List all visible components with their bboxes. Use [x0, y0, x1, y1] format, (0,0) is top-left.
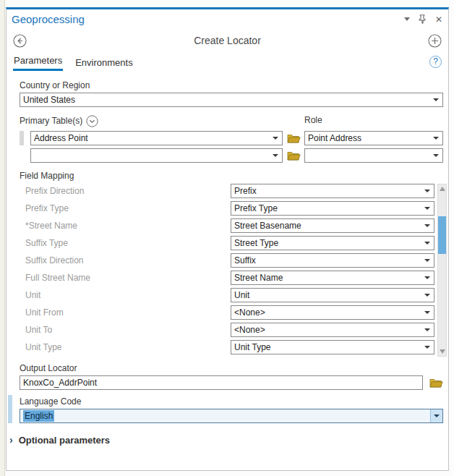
chevron-down-icon	[424, 224, 430, 227]
modified-parameter-indicator	[8, 395, 12, 423]
output-locator-value: KnoxCo_AddrPoint	[23, 378, 97, 388]
field-mapping-scrollbar[interactable]	[437, 184, 447, 357]
field-name: Unit To	[20, 325, 231, 335]
field-mapping-row: Suffix Type Street Type	[20, 234, 443, 252]
field-select[interactable]: Street Basename	[231, 218, 434, 233]
chevron-down-icon	[424, 207, 430, 210]
add-to-project-button[interactable]	[428, 34, 442, 48]
field-name: Unit From	[20, 307, 231, 318]
primary-table-select[interactable]	[30, 148, 283, 163]
folder-icon	[429, 378, 443, 388]
field-select[interactable]: Street Type	[231, 236, 434, 250]
expand-circle-chevron-icon[interactable]	[86, 115, 98, 127]
field-select[interactable]: Prefix	[231, 184, 434, 198]
field-value: Street Type	[234, 238, 278, 248]
folder-icon	[287, 150, 301, 161]
role-select[interactable]	[304, 148, 443, 163]
chevron-down-icon	[424, 259, 430, 262]
browse-table-button[interactable]	[283, 133, 304, 143]
pane-titlebar: Geoprocessing ✕	[7, 9, 448, 29]
field-mapping-list: Prefix Direction Prefix Prefix Type Pref…	[20, 182, 443, 356]
field-value: Unit Type	[234, 342, 270, 352]
optional-parameters-expander[interactable]: › Optional parameters	[9, 434, 443, 446]
language-code-select[interactable]: English	[20, 409, 443, 423]
scroll-up-icon[interactable]	[440, 187, 445, 191]
primary-table-row: Address Point Point Address	[20, 131, 443, 145]
field-value: <None>	[234, 325, 265, 335]
field-name: Suffix Type	[20, 238, 231, 248]
field-value: Suffix	[234, 255, 256, 265]
field-select[interactable]: <None>	[231, 305, 434, 320]
field-name: Unit Type	[20, 342, 231, 352]
output-locator-row: KnoxCo_AddrPoint	[20, 375, 443, 390]
parameters-form: Country or Region United States Primary …	[7, 71, 448, 446]
chevron-down-icon	[433, 98, 439, 101]
language-code-block: Language Code English	[20, 396, 443, 423]
page-title: Create Locator	[7, 35, 448, 46]
back-button[interactable]	[13, 34, 27, 48]
field-value: Prefix	[234, 186, 257, 196]
row-drag-handle[interactable]	[20, 131, 24, 145]
field-name: Unit	[20, 290, 231, 300]
field-mapping-row: Full Street Name Street Name	[20, 269, 443, 286]
field-mapping-row: Unit From <None>	[20, 304, 443, 321]
field-select[interactable]: Street Name	[231, 271, 434, 285]
scroll-down-icon[interactable]	[440, 349, 445, 354]
chevron-down-icon	[424, 294, 430, 297]
role-value: Point Address	[308, 133, 361, 143]
chevron-down-icon	[273, 137, 278, 140]
field-value: Street Name	[234, 273, 283, 283]
chevron-down-icon	[424, 242, 430, 245]
browse-table-button[interactable]	[283, 150, 304, 161]
field-mapping-row: Prefix Type Prefix Type	[20, 200, 443, 217]
field-mapping-row: *Street Name Street Basename	[20, 217, 443, 234]
background-pane-edge	[0, 0, 5, 476]
tab-parameters[interactable]: Parameters	[13, 54, 63, 71]
scrollbar-thumb[interactable]	[438, 216, 446, 254]
field-select[interactable]: Unit Type	[231, 340, 434, 354]
tab-environments[interactable]: Environments	[74, 56, 133, 71]
field-select[interactable]: Unit	[231, 288, 434, 302]
tab-bar: Parameters Environments ?	[7, 52, 448, 71]
field-name: Prefix Direction	[20, 186, 231, 196]
field-value: Street Basename	[234, 221, 301, 231]
field-select[interactable]: Suffix	[231, 253, 434, 268]
language-dropdown-button[interactable]	[430, 409, 442, 422]
chevron-down-icon	[273, 154, 278, 157]
country-label: Country or Region	[20, 80, 443, 90]
primary-tables-header: Primary Table(s) Role	[20, 114, 443, 128]
field-name: Prefix Type	[20, 203, 231, 213]
pane-window-controls: ✕	[404, 14, 442, 24]
field-value: Prefix Type	[234, 203, 278, 213]
chevron-down-icon	[433, 137, 439, 140]
chevron-down-icon	[424, 190, 430, 192]
primary-table-row	[20, 148, 443, 163]
output-locator-input[interactable]: KnoxCo_AddrPoint	[20, 375, 423, 390]
field-mapping-label: Field Mapping	[20, 171, 443, 181]
primary-table-value: Address Point	[34, 133, 88, 143]
role-label: Role	[304, 115, 322, 125]
role-select[interactable]: Point Address	[304, 131, 443, 145]
chevron-down-icon	[424, 346, 430, 349]
chevron-down-icon	[433, 154, 439, 157]
country-select[interactable]: United States	[20, 93, 443, 107]
browse-output-button[interactable]	[429, 378, 443, 388]
pane-menu-caret-icon[interactable]	[404, 17, 410, 21]
language-code-label: Language Code	[20, 396, 443, 407]
field-value: <None>	[234, 307, 265, 318]
primary-table-select[interactable]: Address Point	[30, 131, 283, 145]
chevron-right-icon: ›	[9, 434, 13, 446]
primary-tables-label: Primary Table(s)	[20, 116, 82, 126]
close-icon[interactable]: ✕	[435, 15, 442, 24]
language-code-value: English	[23, 410, 54, 422]
chevron-down-icon	[424, 328, 430, 331]
tool-header: Create Locator	[7, 29, 448, 52]
field-select[interactable]: Prefix Type	[231, 201, 434, 216]
help-icon[interactable]: ?	[429, 56, 442, 68]
field-mapping-row: Suffix Direction Suffix	[20, 252, 443, 269]
pin-icon[interactable]	[419, 14, 427, 24]
field-mapping-row: Unit To <None>	[20, 321, 443, 339]
chevron-down-icon	[434, 415, 440, 417]
field-mapping-row: Unit Type Unit Type	[20, 339, 443, 356]
field-select[interactable]: <None>	[231, 323, 434, 337]
